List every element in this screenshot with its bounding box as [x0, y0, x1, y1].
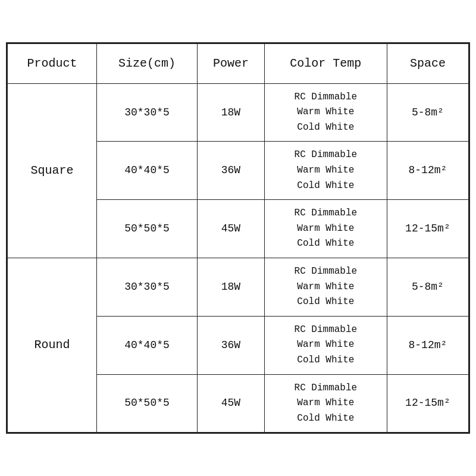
space-cell: 5-8m²: [387, 258, 468, 317]
table-row: Square30*30*518WRC DimmableWarm WhiteCol…: [8, 83, 469, 142]
header-color-temp: Color Temp: [264, 43, 387, 83]
size-cell: 50*50*5: [97, 200, 198, 258]
table-body: Square30*30*518WRC DimmableWarm WhiteCol…: [8, 83, 469, 433]
color-temp-cell: RC DimmableWarm WhiteCold White: [264, 83, 387, 142]
size-cell: 30*30*5: [97, 258, 198, 317]
size-cell: 50*50*5: [97, 374, 198, 433]
color-temp-cell: RC DimmableWarm WhiteCold White: [264, 200, 387, 258]
power-cell: 36W: [197, 316, 264, 374]
space-cell: 12-15m²: [387, 374, 468, 433]
product-table-wrapper: Product Size(cm) Power Color Temp Space …: [6, 42, 470, 434]
size-cell: 40*40*5: [97, 142, 198, 200]
space-cell: 8-12m²: [387, 142, 468, 200]
color-temp-cell: RC DimmableWarm WhiteCold White: [264, 316, 387, 374]
color-temp-cell: RC DimmableWarm WhiteCold White: [264, 142, 387, 200]
product-cell: Round: [8, 258, 97, 433]
color-temp-cell: RC DimmableWarm WhiteCold White: [264, 374, 387, 433]
product-cell: Square: [8, 83, 97, 258]
size-cell: 40*40*5: [97, 316, 198, 374]
space-cell: 12-15m²: [387, 200, 468, 258]
table-header-row: Product Size(cm) Power Color Temp Space: [8, 43, 469, 83]
space-cell: 5-8m²: [387, 83, 468, 142]
header-size: Size(cm): [97, 43, 198, 83]
power-cell: 18W: [197, 258, 264, 317]
power-cell: 36W: [197, 142, 264, 200]
table-row: Round30*30*518WRC DimmableWarm WhiteCold…: [8, 258, 469, 317]
power-cell: 45W: [197, 374, 264, 433]
header-space: Space: [387, 43, 468, 83]
space-cell: 8-12m²: [387, 316, 468, 374]
power-cell: 45W: [197, 200, 264, 258]
header-power: Power: [197, 43, 264, 83]
power-cell: 18W: [197, 83, 264, 142]
size-cell: 30*30*5: [97, 83, 198, 142]
header-product: Product: [8, 43, 97, 83]
product-table: Product Size(cm) Power Color Temp Space …: [7, 43, 469, 433]
color-temp-cell: RC DimmableWarm WhiteCold White: [264, 258, 387, 317]
